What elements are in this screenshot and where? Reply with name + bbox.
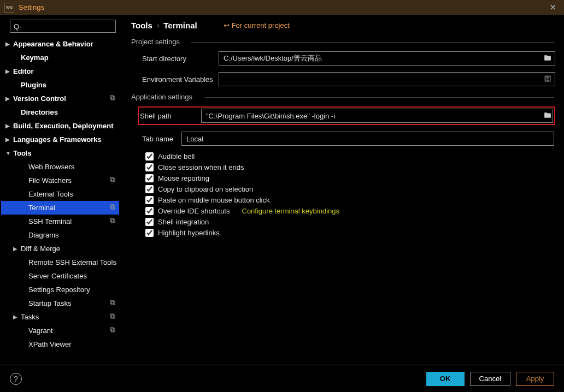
close-icon[interactable]: ✕ [546, 2, 560, 13]
expand-arrow-icon: ▶ [5, 68, 13, 74]
checkbox-paste-on-middle-mouse-button-click[interactable] [145, 196, 154, 204]
copy-icon [109, 94, 116, 103]
sidebar-item-label: Terminal [28, 204, 55, 212]
for-current-project[interactable]: ↩ For current project [224, 21, 290, 29]
svg-rect-10 [111, 315, 115, 318]
sidebar-item-build-execution-deployment[interactable]: ▶Build, Execution, Deployment [1, 119, 119, 133]
checkbox-row: Close session when it ends [131, 163, 554, 171]
application-settings-header: Application settings [131, 93, 554, 101]
checkbox-row: Override IDE shortcutsConfigure terminal… [131, 207, 554, 215]
configure-keybindings-link[interactable]: Configure terminal keybindings [242, 207, 339, 215]
sidebar-item-label: Tools [13, 149, 32, 157]
sidebar-item-label: Vagrant [28, 326, 53, 335]
svg-rect-11 [110, 314, 114, 317]
svg-rect-0 [111, 97, 115, 100]
search-placeholder: Q- [14, 22, 21, 31]
sidebar-item-web-browsers[interactable]: Web Browsers [1, 160, 119, 174]
checkbox-label: Highlight hyperlinks [158, 229, 220, 237]
breadcrumb-sep: › [157, 21, 159, 29]
svg-rect-3 [110, 177, 114, 181]
expand-arrow-icon: ▶ [5, 123, 13, 129]
sidebar-item-label: Remote SSH External Tools [28, 258, 116, 266]
start-directory-input[interactable] [219, 51, 555, 66]
checkbox-label: Copy to clipboard on selection [158, 185, 253, 193]
sidebar-item-directories[interactable]: Directories [1, 105, 119, 119]
breadcrumb: Tools › Terminal ↩ For current project [131, 21, 554, 30]
checkbox-audible-bell[interactable] [145, 152, 154, 161]
sidebar-item-editor[interactable]: ▶Editor [1, 64, 119, 78]
sidebar-item-languages-frameworks[interactable]: ▶Languages & Frameworks [1, 133, 119, 146]
sidebar-item-version-control[interactable]: ▶Version Control [1, 92, 119, 105]
sidebar-item-xpath-viewer[interactable]: XPath Viewer [1, 337, 119, 351]
shell-path-input[interactable] [201, 109, 553, 123]
search-input[interactable]: Q- [10, 20, 116, 33]
checkbox-label: Close session when it ends [158, 163, 244, 171]
sidebar-item-label: Appearance & Behavior [13, 40, 93, 48]
breadcrumb-current: Terminal [163, 21, 197, 30]
expand-arrow-icon: ▶ [5, 96, 13, 102]
ok-button[interactable]: OK [426, 372, 465, 386]
list-icon[interactable] [541, 75, 554, 84]
sidebar-item-label: XPath Viewer [28, 340, 72, 348]
sidebar-item-label: Directories [21, 108, 58, 116]
svg-rect-4 [111, 206, 115, 209]
sidebar-item-settings-repository[interactable]: Settings Repository [1, 283, 119, 296]
window-title: Settings [19, 3, 546, 11]
checkbox-label: Shell integration [158, 218, 209, 226]
sidebar-item-label: Tasks [21, 313, 39, 321]
svg-rect-5 [110, 205, 114, 208]
expand-arrow-icon: ▶ [13, 314, 21, 320]
checkbox-close-session-when-it-ends[interactable] [145, 163, 154, 171]
expand-arrow-icon: ▶ [5, 136, 13, 142]
checkbox-shell-integration[interactable] [145, 218, 154, 226]
sidebar-item-startup-tasks[interactable]: Startup Tasks [1, 296, 119, 310]
svg-rect-7 [110, 218, 114, 222]
sidebar-item-file-watchers[interactable]: File Watchers [1, 174, 119, 187]
sidebar-item-plugins[interactable]: Plugins [1, 78, 119, 92]
expand-arrow-icon: ▶ [13, 246, 21, 252]
sidebar-item-label: Settings Repository [28, 286, 90, 294]
checkbox-row: Audible bell [131, 152, 554, 161]
sidebar-item-label: Diff & Merge [21, 245, 60, 253]
checkbox-highlight-hyperlinks[interactable] [145, 229, 154, 237]
dialog-footer: ? OK Cancel Apply [0, 365, 564, 392]
copy-icon [109, 204, 116, 212]
start-directory-label: Start directory [142, 55, 219, 63]
sidebar-item-server-certificates[interactable]: Server Certificates [1, 269, 119, 283]
sidebar-item-external-tools[interactable]: External Tools [1, 187, 119, 201]
sidebar-item-label: Diagrams [28, 231, 59, 239]
sidebar-item-label: External Tools [28, 190, 73, 198]
cancel-button[interactable]: Cancel [470, 372, 510, 386]
sidebar-item-vagrant[interactable]: Vagrant [1, 324, 119, 337]
copy-icon [109, 176, 116, 185]
sidebar-item-terminal[interactable]: Terminal [1, 201, 119, 215]
sidebar-item-keymap[interactable]: Keymap [1, 51, 119, 64]
copy-icon [109, 326, 116, 335]
sidebar-item-remote-ssh-external-tools[interactable]: Remote SSH External Tools [1, 256, 119, 269]
shell-path-label: Shell path [132, 112, 201, 120]
sidebar-item-label: Version Control [13, 94, 66, 103]
breadcrumb-root[interactable]: Tools [131, 21, 152, 30]
checkbox-mouse-reporting[interactable] [145, 174, 154, 182]
svg-rect-6 [111, 219, 115, 223]
sidebar-item-diagrams[interactable]: Diagrams [1, 228, 119, 242]
copy-icon [109, 217, 116, 225]
help-icon[interactable]: ? [10, 373, 22, 385]
checkbox-copy-to-clipboard-on-selection[interactable] [145, 185, 154, 193]
svg-rect-9 [110, 300, 114, 304]
sidebar-item-label: Plugins [21, 81, 46, 89]
sidebar-item-ssh-terminal[interactable]: SSH Terminal [1, 215, 119, 228]
checkbox-row: Shell integration [131, 218, 554, 226]
svg-rect-2 [111, 179, 115, 182]
env-vars-label: Environment Variables [142, 75, 219, 84]
apply-button[interactable]: Apply [516, 372, 554, 386]
checkbox-label: Audible bell [158, 152, 195, 161]
env-vars-input[interactable] [219, 72, 555, 86]
sidebar-item-label: Languages & Frameworks [13, 135, 102, 144]
sidebar-item-appearance-behavior[interactable]: ▶Appearance & Behavior [1, 37, 119, 51]
sidebar-item-tools[interactable]: ▼Tools [1, 146, 119, 160]
sidebar-item-diff-merge[interactable]: ▶Diff & Merge [1, 242, 119, 256]
sidebar-item-tasks[interactable]: ▶Tasks [1, 310, 119, 324]
tab-name-input[interactable] [181, 132, 554, 146]
checkbox-override-ide-shortcuts[interactable] [145, 207, 154, 215]
